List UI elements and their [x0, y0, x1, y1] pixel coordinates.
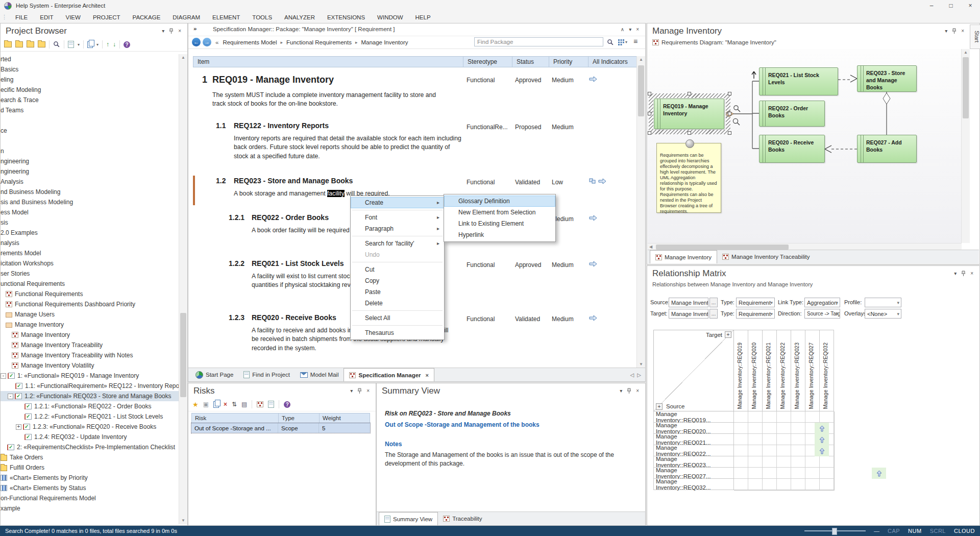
panel-close-icon[interactable]: × — [178, 29, 181, 34]
menu-item[interactable]: HELP — [409, 14, 437, 20]
requirement-box[interactable]: REQ022 - Order Books — [759, 101, 825, 127]
menu-item[interactable]: WINDOW — [371, 14, 409, 20]
requirement-box[interactable]: REQ023 - Store and Manage Books — [857, 65, 917, 92]
selection-handle[interactable] — [688, 131, 691, 135]
tree-item[interactable]: Manage Inventory Volatility — [1, 360, 179, 371]
breadcrumb-item[interactable]: Functional Requirements — [286, 39, 352, 45]
menu-item[interactable]: TOOLS — [246, 14, 278, 20]
diagram-note[interactable]: Requirements can be grouped into hierarc… — [656, 143, 721, 213]
risk-row[interactable]: Out of Scope -Storage and ... Scope 5 — [191, 423, 370, 433]
tree-item[interactable]: d Teams — [1, 105, 179, 115]
pin-icon[interactable] — [952, 28, 957, 34]
spec-cell-stereotype[interactable]: Functional — [467, 77, 495, 84]
tab-manage-inventory-traceability[interactable]: Manage Inventory Traceability — [717, 250, 815, 263]
tree-expander[interactable]: + — [16, 424, 21, 430]
diagram-vscrollbar[interactable]: ▲ — [961, 49, 970, 243]
risk-column[interactable]: Risk — [192, 413, 279, 423]
find-in-browser-icon[interactable] — [53, 41, 60, 48]
scroll-thumb[interactable] — [180, 313, 186, 398]
spec-row-title[interactable]: REQ023 - Store and Manage Books — [234, 177, 353, 185]
selection-handle[interactable] — [728, 112, 731, 115]
tree-item[interactable]: rements Model — [1, 248, 179, 258]
menu-item[interactable]: VIEW — [60, 14, 87, 20]
target-browse-button[interactable]: ... — [709, 309, 718, 319]
column-stereotype[interactable]: Stereotype — [463, 57, 512, 67]
relationship-mark-cell[interactable] — [815, 434, 829, 445]
panel-close-icon[interactable]: × — [366, 388, 370, 394]
selected-word[interactable]: facility — [327, 190, 345, 197]
matrix-row-label[interactable]: Manage Inventory::REQ032... — [653, 479, 734, 490]
scroll-thumb[interactable] — [638, 65, 644, 116]
menu-item[interactable]: PROJECT — [87, 14, 127, 20]
delete-icon[interactable]: × — [224, 401, 227, 408]
tree-item[interactable]: - 1.2: «Functional» REQ023 - Store and M… — [1, 391, 179, 401]
zoom-slider[interactable] — [804, 530, 866, 531]
new-model-icon[interactable] — [27, 41, 34, 47]
spec-row-title[interactable]: REQ021 - List Stock Levels — [252, 259, 344, 267]
context-menu-item[interactable]: Paragraph — [351, 223, 444, 234]
tree-item[interactable]: 2: «RequirementsChecklist» Pre-Implement… — [1, 442, 179, 452]
panel-menu-icon[interactable]: ▾ — [162, 29, 164, 34]
tree-item[interactable]: Basics — [1, 64, 179, 75]
matrix-column-header[interactable]: Manage Inventory::REQ019 — [734, 330, 748, 411]
matrix-row-label[interactable]: Manage Inventory::REQ022... — [653, 445, 734, 456]
tree-item[interactable]: 1.1: «FunctionalRequirement» REQ122 - In… — [1, 381, 179, 391]
direction-select[interactable]: Source -> Targe — [804, 309, 840, 319]
tree-item[interactable]: ess Model — [1, 207, 179, 217]
context-menu-item[interactable]: Undo — [351, 249, 444, 260]
column-priority[interactable]: Priority — [549, 57, 589, 67]
tabs-prev-icon[interactable]: ◁ — [630, 372, 634, 378]
spec-cell-priority[interactable]: Medium — [552, 261, 574, 269]
context-menu-item[interactable]: Delete — [351, 298, 444, 309]
spec-cell-priority[interactable]: Medium — [552, 124, 574, 131]
tree-item[interactable]: Analysis — [1, 177, 179, 187]
related-elements-icon[interactable] — [589, 178, 596, 184]
tree-item[interactable]: Manage Inventory — [1, 320, 179, 330]
new-package-icon[interactable] — [38, 41, 45, 47]
tree-item[interactable]: sis — [1, 217, 179, 228]
save-icon[interactable]: ▣ — [203, 401, 209, 408]
minimize-button[interactable]: – — [922, 0, 941, 11]
move-down-icon[interactable]: ↓ — [113, 41, 116, 48]
spec-row-title[interactable]: REQ020 - Receive Books — [252, 313, 336, 322]
tab-manage-inventory[interactable]: Manage Inventory — [650, 250, 717, 263]
maximize-button[interactable]: □ — [941, 0, 961, 11]
breadcrumb-item[interactable]: Manage Inventory — [361, 39, 408, 45]
panel-menu-icon[interactable]: ▾ — [350, 388, 353, 394]
copy-icon[interactable] — [213, 401, 219, 408]
tree-item[interactable]: «Chart» Elements by Priority — [1, 473, 179, 483]
matrix-column-header[interactable]: Manage Inventory::REQ021 — [763, 330, 777, 411]
copy-caret-icon[interactable]: ▾ — [96, 42, 99, 47]
tree-item[interactable]: Functional Requirements Dashboard Priori… — [1, 299, 179, 309]
new-risk-icon[interactable]: ★ — [192, 401, 199, 408]
matrix-column-header[interactable]: Manage Inventory::REQ032 — [820, 330, 834, 411]
tree-item[interactable]: ce — [1, 126, 179, 136]
edit-notes-icon[interactable] — [68, 41, 74, 48]
menu-item[interactable]: ANALYZER — [278, 14, 321, 20]
context-menu-item[interactable] — [351, 234, 444, 238]
submenu-item[interactable]: Link to Existing Element — [444, 218, 555, 229]
matrix-row-label[interactable]: Manage Inventory::REQ023... — [653, 456, 734, 468]
source-expand-button[interactable]: + — [656, 403, 663, 410]
spec-row[interactable]: 1 REQ019 - Manage Inventory The system M… — [193, 75, 637, 126]
matrix-row-label[interactable]: Manage Inventory::REQ021... — [653, 434, 734, 445]
submenu-item[interactable]: Hyperlink — [444, 229, 555, 240]
requirement-box[interactable]: REQ027 - Add Books — [857, 135, 917, 163]
tree-item[interactable] — [1, 136, 179, 146]
tree-item[interactable]: - 1: «Functional» REQ019 - Manage Invent… — [1, 371, 179, 381]
print-icon[interactable]: ▤ — [241, 401, 247, 408]
scroll-thumb[interactable] — [963, 57, 969, 118]
context-menu-item[interactable]: Paste — [351, 286, 444, 298]
spec-cell-status[interactable]: Approved — [515, 261, 541, 269]
tree-item[interactable]: Fulfill Orders — [1, 462, 179, 473]
tree-item[interactable]: ecific Modeling — [1, 85, 179, 95]
matrix-row-label[interactable]: Manage Inventory::REQ020... — [653, 423, 734, 434]
tree-item[interactable]: icitation Workshops — [1, 258, 179, 269]
panel-menu-icon[interactable]: ▾ — [954, 271, 957, 276]
spec-cell-priority[interactable]: Medium — [552, 77, 574, 84]
scroll-down-icon[interactable]: ▼ — [179, 517, 187, 524]
context-menu-item[interactable]: Search for 'facility' — [351, 238, 444, 249]
source-input[interactable]: Manage Inventory — [669, 298, 708, 307]
matrix-row-label[interactable]: Manage Inventory::REQ019... — [653, 411, 734, 423]
context-menu-item[interactable]: Copy — [351, 275, 444, 286]
